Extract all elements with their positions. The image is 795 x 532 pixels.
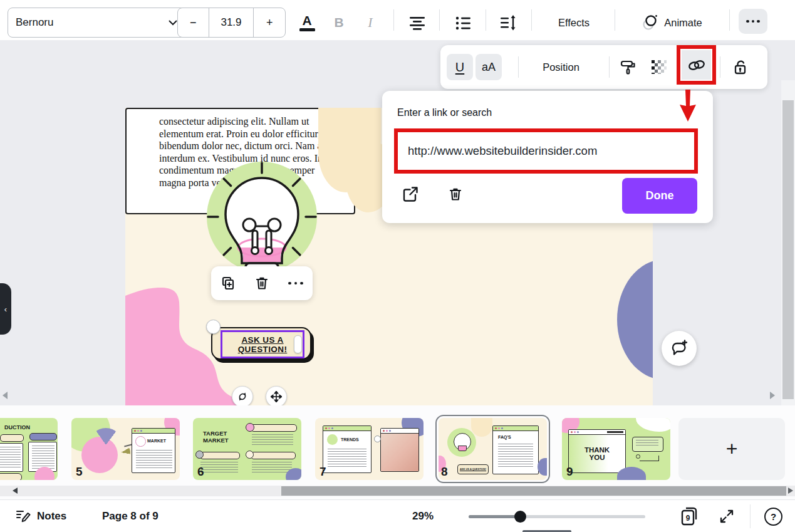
help-label: ? — [771, 511, 776, 522]
ask-question-element[interactable]: ASK US A QUESTION! — [211, 327, 311, 360]
line-spacing-icon — [499, 13, 517, 32]
animate-label: Animate — [664, 17, 702, 29]
pages-icon: 9 — [678, 505, 700, 528]
transparency-button[interactable] — [646, 55, 671, 80]
text-align-button[interactable] — [405, 10, 430, 35]
trash-icon — [254, 275, 270, 291]
font-name: Bernoru — [16, 16, 53, 29]
position-button[interactable]: Position — [528, 54, 594, 80]
thumbnail-page-6[interactable]: TARGET MARKET 6 — [193, 418, 301, 480]
filmstrip-scroll-right-arrow[interactable] — [788, 488, 793, 494]
paint-roller-icon — [620, 58, 637, 76]
scroll-right-arrow[interactable] — [770, 392, 775, 399]
thumbnail-page-5[interactable]: MARKET 5 — [71, 418, 180, 480]
selection-side-handle[interactable] — [294, 335, 302, 353]
zoom-percentage: 29% — [412, 510, 434, 523]
zoom-slider-fill — [469, 515, 520, 518]
mini-logo — [327, 434, 338, 445]
thumbnail-page-9[interactable]: THANK YOU 9 — [562, 418, 670, 480]
divider — [439, 9, 440, 31]
mini-bullet — [246, 451, 254, 459]
grid-view-button[interactable]: 9 — [678, 505, 700, 528]
duplicate-button[interactable] — [216, 271, 241, 296]
link-url-input[interactable] — [398, 144, 694, 158]
mini-photo-card — [380, 428, 419, 472]
thumbnail-page-8-selected[interactable]: ASK US A QUESTION! FAQ'S 8 — [439, 418, 547, 480]
filmstrip-scroll-left-arrow[interactable] — [13, 488, 18, 494]
help-button[interactable]: ? — [764, 508, 782, 526]
thumbnail-page-4[interactable]: DUCTION — [0, 418, 58, 480]
divider — [750, 504, 751, 528]
unlock-icon — [731, 58, 749, 76]
filmstrip-scrollbar-track[interactable] — [0, 486, 795, 496]
mini-circuit-line — [640, 456, 659, 461]
mini-pill — [251, 424, 297, 432]
decrease-font-size-button[interactable]: − — [178, 8, 209, 37]
notes-button[interactable]: Notes — [15, 508, 66, 524]
thumbnail-page-7[interactable]: TRENDS 7 — [315, 418, 423, 480]
move-button[interactable] — [266, 386, 287, 407]
open-link-button[interactable] — [398, 182, 422, 206]
font-family-select[interactable]: Bernoru — [8, 8, 187, 38]
text-case-button[interactable]: aA — [475, 54, 502, 80]
delete-button[interactable] — [249, 271, 274, 296]
italic-button[interactable]: I — [358, 10, 383, 35]
link-button[interactable] — [682, 50, 711, 80]
case-label: aA — [482, 61, 496, 74]
effects-button[interactable]: Effects — [543, 10, 605, 35]
divider — [518, 56, 519, 78]
animate-icon — [641, 14, 658, 31]
expand-icon — [718, 508, 735, 525]
font-size-value[interactable]: 31.9 — [209, 8, 254, 37]
underline-button[interactable]: U — [447, 54, 473, 80]
position-label: Position — [543, 61, 579, 73]
divider — [486, 9, 486, 31]
align-center-icon — [408, 13, 427, 32]
lightbulb-illustration[interactable] — [199, 152, 325, 284]
lock-button[interactable] — [727, 55, 752, 80]
more-options-button[interactable] — [739, 9, 767, 34]
page-number: 6 — [197, 465, 204, 479]
mini-bulb-base — [458, 446, 467, 451]
font-size-stepper: − 31.9 + — [177, 8, 286, 38]
more-element-options-button[interactable] — [283, 271, 308, 296]
divider — [729, 9, 730, 31]
ellipsis-icon — [288, 282, 303, 285]
scroll-left-arrow[interactable] — [3, 392, 8, 399]
text-color-button[interactable]: A — [294, 10, 320, 35]
underline-label: U — [455, 60, 464, 75]
chevron-left-icon: ‹ — [4, 305, 7, 314]
zoom-slider-thumb[interactable] — [514, 511, 526, 523]
sidebar-collapse-tab[interactable]: ‹ — [0, 283, 11, 335]
rotate-button[interactable] — [232, 386, 253, 407]
mini-header-text — [607, 431, 623, 433]
mini-ask-pill: ASK US A QUESTION! — [457, 464, 489, 474]
page-filmstrip: DUCTION MARKET 5 TARGET MARKET — [0, 405, 795, 499]
filmstrip-scrollbar-thumb[interactable] — [281, 486, 786, 496]
chevron-down-icon — [169, 20, 177, 26]
thumb9-title: THANK YOU — [579, 446, 615, 461]
add-comment-button[interactable] — [662, 331, 697, 366]
zoom-slider[interactable] — [469, 515, 645, 518]
remove-link-button[interactable] — [444, 182, 467, 206]
add-page-button[interactable]: + — [678, 418, 785, 480]
vertical-scrollbar-thumb[interactable] — [782, 100, 794, 399]
duplicate-icon — [220, 275, 236, 291]
red-annotation-arrow — [679, 90, 697, 122]
fullscreen-button[interactable] — [718, 508, 735, 525]
mini-card-body: THANK YOU — [569, 435, 625, 472]
increase-font-size-button[interactable]: + — [254, 8, 285, 37]
selection-handle[interactable] — [206, 320, 221, 334]
copy-style-button[interactable] — [616, 55, 641, 80]
page-number: 5 — [76, 465, 83, 479]
mini-pill — [0, 473, 22, 480]
text-selection-box[interactable]: ASK US A QUESTION! — [221, 330, 304, 358]
bullet-list-button[interactable] — [450, 10, 475, 35]
thumb8-title: FAQ'S — [498, 435, 511, 439]
line-spacing-button[interactable] — [496, 10, 521, 35]
mini-yellow-blob — [471, 418, 492, 437]
bold-button[interactable]: B — [326, 10, 351, 35]
animate-button[interactable]: Animate — [626, 10, 717, 35]
plus-icon: + — [726, 437, 738, 461]
done-button[interactable]: Done — [622, 178, 697, 214]
